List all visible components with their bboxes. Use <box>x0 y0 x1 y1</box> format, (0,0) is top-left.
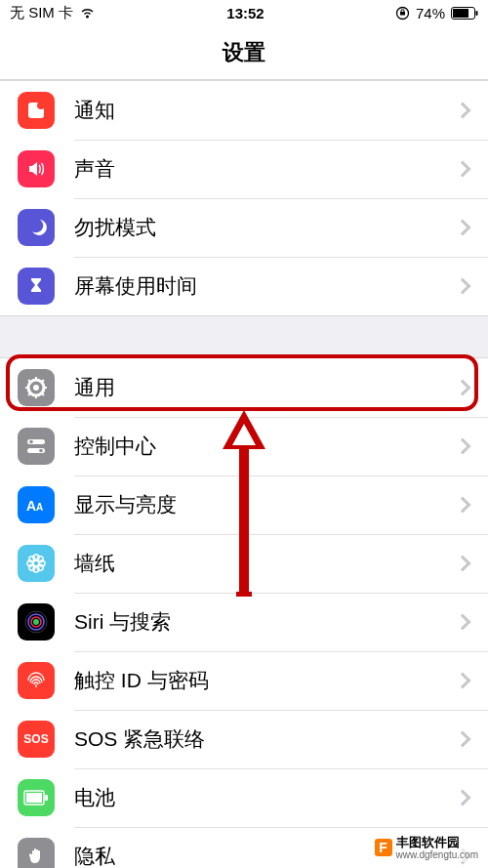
row-label: 触控 ID 与密码 <box>74 667 457 694</box>
settings-group-2: 通用 控制中心 AA 显示与亮度 墙纸 Siri 与搜索 触控 ID 与密码 <box>0 357 488 868</box>
row-label: 电池 <box>74 784 457 811</box>
toggles-icon <box>18 428 55 465</box>
row-notifications[interactable]: 通知 <box>0 81 488 140</box>
row-label: 勿扰模式 <box>74 214 457 241</box>
row-display[interactable]: AA 显示与亮度 <box>0 475 488 534</box>
nav-bar: 设置 <box>0 25 488 80</box>
status-left: 无 SIM 卡 <box>10 4 96 22</box>
chevron-right-icon <box>455 614 471 631</box>
chevron-right-icon <box>455 438 471 455</box>
svg-point-17 <box>29 440 33 444</box>
fingerprint-icon <box>18 662 55 699</box>
row-label: 显示与亮度 <box>74 491 457 518</box>
svg-rect-2 <box>453 9 468 18</box>
row-label: 声音 <box>74 155 457 183</box>
svg-rect-38 <box>45 795 48 801</box>
chevron-right-icon <box>455 673 471 689</box>
battery-pct: 74% <box>416 5 445 21</box>
row-wallpaper[interactable]: 墙纸 <box>0 534 488 593</box>
orientation-lock-icon <box>395 6 410 21</box>
row-siri[interactable]: Siri 与搜索 <box>0 593 488 651</box>
svg-rect-3 <box>475 11 477 16</box>
row-sos[interactable]: SOS SOS 紧急联络 <box>0 710 488 768</box>
settings-group-1: 通知 声音 勿扰模式 屏幕使用时间 <box>0 80 488 316</box>
watermark: F 丰图软件园 www.dgfengtu.com <box>371 834 483 862</box>
row-general[interactable]: 通用 <box>0 358 488 417</box>
page-title: 设置 <box>223 38 265 67</box>
row-label: Siri 与搜索 <box>74 608 457 636</box>
text-size-icon: AA <box>18 486 55 523</box>
chevron-right-icon <box>455 497 471 514</box>
row-label: 通知 <box>74 97 457 124</box>
watermark-site: 丰图软件园 <box>396 836 479 849</box>
chevron-right-icon <box>455 556 471 572</box>
status-bar: 无 SIM 卡 13:52 74% <box>0 0 488 25</box>
gear-icon <box>18 369 55 406</box>
svg-text:SOS: SOS <box>23 732 48 746</box>
row-label: 墙纸 <box>74 550 457 577</box>
siri-icon <box>18 603 55 641</box>
flower-icon <box>18 545 55 582</box>
notification-icon <box>18 92 55 129</box>
row-controlcenter[interactable]: 控制中心 <box>0 417 488 475</box>
chevron-right-icon <box>455 220 471 236</box>
wifi-icon <box>79 7 96 20</box>
row-label: 控制中心 <box>74 433 457 460</box>
row-label: SOS 紧急联络 <box>74 725 457 753</box>
row-label: 屏幕使用时间 <box>74 272 457 300</box>
svg-text:A: A <box>36 502 43 513</box>
row-label: 通用 <box>74 374 457 401</box>
carrier-text: 无 SIM 卡 <box>10 4 73 22</box>
battery-icon <box>18 779 55 816</box>
svg-point-34 <box>33 619 39 625</box>
chevron-right-icon <box>455 103 471 119</box>
chevron-right-icon <box>455 278 471 295</box>
row-battery[interactable]: 电池 <box>0 768 488 827</box>
svg-point-19 <box>39 449 43 453</box>
row-dnd[interactable]: 勿扰模式 <box>0 198 488 257</box>
sound-icon <box>18 150 55 187</box>
svg-text:A: A <box>26 498 36 514</box>
svg-rect-37 <box>26 793 42 803</box>
sos-icon: SOS <box>18 721 55 758</box>
moon-icon <box>18 209 55 246</box>
watermark-url: www.dgfengtu.com <box>396 849 479 860</box>
status-time: 13:52 <box>226 5 264 21</box>
row-screentime[interactable]: 屏幕使用时间 <box>0 257 488 315</box>
battery-icon <box>451 7 478 20</box>
hourglass-icon <box>18 268 55 305</box>
chevron-right-icon <box>455 790 471 806</box>
chevron-right-icon <box>455 731 471 748</box>
row-touchid[interactable]: 触控 ID 与密码 <box>0 651 488 710</box>
watermark-logo: F <box>375 839 392 856</box>
svg-point-7 <box>33 385 39 391</box>
row-sounds[interactable]: 声音 <box>0 140 488 198</box>
svg-point-5 <box>37 102 45 109</box>
status-right: 74% <box>395 5 478 21</box>
chevron-right-icon <box>455 380 471 396</box>
chevron-right-icon <box>455 161 471 178</box>
hand-icon <box>18 838 55 868</box>
